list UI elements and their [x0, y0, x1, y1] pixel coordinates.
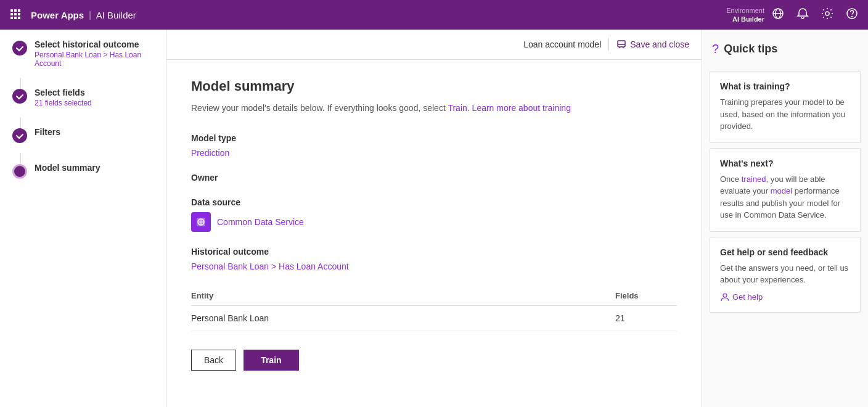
table-row: Personal Bank Loan 21 [191, 306, 677, 331]
header-divider [608, 38, 609, 51]
svg-rect-0 [10, 9, 13, 12]
data-source-name: Common Data Service [217, 217, 304, 227]
tip-card-training: What is training? Training prepares your… [710, 71, 861, 143]
step-2-detail: 21 fields selected [35, 99, 154, 107]
tip-training-title: What is training? [720, 81, 850, 91]
data-source-group: Data source Common Data Service [191, 197, 677, 232]
data-source-row: Common Data Service [191, 212, 677, 232]
model-name-label: Loan account model [523, 39, 601, 49]
entity-table: Entity Fields Personal Bank Loan 21 [191, 286, 677, 331]
step-circle-2 [12, 89, 27, 104]
svg-rect-4 [14, 13, 17, 15]
content-area: Loan account model Save and close Model … [166, 30, 702, 407]
owner-label: Owner [191, 173, 677, 183]
page-title: Model summary [191, 78, 677, 94]
model-type-label: Model type [191, 133, 677, 143]
train-button[interactable]: Train [244, 350, 298, 371]
svg-rect-8 [18, 17, 20, 19]
help-icon[interactable] [846, 7, 858, 23]
grid-icon[interactable] [10, 9, 21, 22]
main-layout: Select historical outcome Personal Bank … [0, 30, 868, 407]
title-separator: | [89, 10, 91, 20]
step-1-title: Select historical outcome [35, 39, 154, 49]
quick-tips-panel: ? Quick tips What is training? Training … [702, 30, 868, 407]
step-2-content: Select fields 21 fields selected [35, 88, 154, 107]
data-source-label: Data source [191, 197, 677, 207]
button-row: Back Train [191, 350, 677, 371]
svg-point-14 [852, 16, 853, 17]
environment-display: Environment AI Builder [726, 6, 764, 24]
tip-card-whats-next: What's next? Once trained, you will be a… [710, 148, 861, 232]
model-type-value: Prediction [191, 148, 677, 158]
trained-link: trained [742, 175, 766, 184]
environment-name: AI Builder [732, 15, 764, 23]
svg-rect-5 [18, 13, 20, 15]
data-source-icon [191, 212, 211, 232]
app-subtitle: AI Builder [96, 10, 136, 20]
step-1-content: Select historical outcome Personal Bank … [35, 39, 154, 68]
step-4-title: Model summary [35, 163, 154, 173]
quick-tips-header: ? Quick tips [702, 30, 868, 66]
sidebar-item-filters[interactable]: Filters [0, 117, 166, 153]
table-header: Entity Fields [191, 286, 677, 306]
bell-icon[interactable] [796, 7, 809, 23]
historical-outcome-value: Personal Bank Loan > Has Loan Account [191, 261, 677, 271]
tip-next-title: What's next? [720, 158, 850, 168]
environment-label: Environment [726, 6, 764, 15]
quick-tips-title: Quick tips [724, 43, 777, 56]
sidebar: Select historical outcome Personal Bank … [0, 30, 166, 407]
content-body: Model summary Review your model's detail… [166, 60, 702, 389]
train-link[interactable]: Train [448, 103, 467, 113]
globe-icon[interactable] [772, 7, 784, 23]
step-4-content: Model summary [35, 163, 154, 173]
fields-cell: 21 [615, 313, 677, 323]
tip-training-text: Training prepares your model to be used,… [720, 96, 850, 133]
step-1-subtitle: Personal Bank Loan > Has Loan Account [35, 51, 154, 68]
step-circle-3 [12, 128, 27, 143]
tip-card-help: Get help or send feedback Get the answer… [710, 237, 861, 313]
intro-paragraph: Review your model's details below. If ev… [191, 102, 677, 115]
col-entity-header: Entity [191, 291, 615, 300]
svg-rect-3 [10, 13, 13, 15]
quick-tips-icon: ? [712, 42, 719, 56]
step-circle-1 [12, 41, 27, 56]
intro-text-2: . [467, 103, 472, 113]
tip-next-text: Once trained, you will be able evaluate … [720, 173, 850, 221]
model-type-group: Model type Prediction [191, 133, 677, 158]
tip-help-title: Get help or send feedback [720, 247, 850, 257]
svg-rect-15 [618, 41, 625, 47]
step-2-title: Select fields [35, 88, 154, 97]
entity-cell: Personal Bank Loan [191, 313, 615, 323]
svg-rect-6 [10, 17, 13, 19]
top-navigation: Power Apps | AI Builder Environment AI B… [0, 0, 868, 30]
intro-text-1: Review your model's details below. If ev… [191, 103, 448, 113]
save-close-label: Save and close [630, 39, 689, 49]
sidebar-item-select-fields[interactable]: Select fields 21 fields selected [0, 78, 166, 117]
svg-point-12 [825, 12, 829, 15]
back-button[interactable]: Back [191, 350, 236, 371]
get-help-link[interactable]: Get help [720, 292, 850, 302]
col-fields-header: Fields [615, 291, 677, 300]
svg-rect-1 [14, 9, 17, 12]
content-header: Loan account model Save and close [166, 30, 702, 60]
get-help-label: Get help [732, 292, 763, 302]
learn-more-link[interactable]: Learn more about training [472, 103, 571, 113]
svg-point-18 [723, 294, 727, 297]
step-3-title: Filters [35, 127, 154, 137]
tip-help-text: Get the answers you need, or tell us abo… [720, 262, 850, 286]
step-3-content: Filters [35, 127, 154, 137]
model-link: model [771, 186, 792, 195]
historical-outcome-label: Historical outcome [191, 247, 677, 257]
app-title: Power Apps [31, 10, 84, 20]
step-circle-4 [12, 164, 27, 179]
svg-rect-7 [14, 17, 17, 19]
sidebar-item-model-summary[interactable]: Model summary [0, 153, 166, 189]
owner-group: Owner [191, 173, 677, 183]
sidebar-item-historical-outcome[interactable]: Select historical outcome Personal Bank … [0, 30, 166, 78]
svg-rect-2 [18, 9, 20, 12]
settings-icon[interactable] [821, 7, 833, 23]
save-close-button[interactable]: Save and close [616, 39, 689, 49]
historical-outcome-group: Historical outcome Personal Bank Loan > … [191, 247, 677, 271]
